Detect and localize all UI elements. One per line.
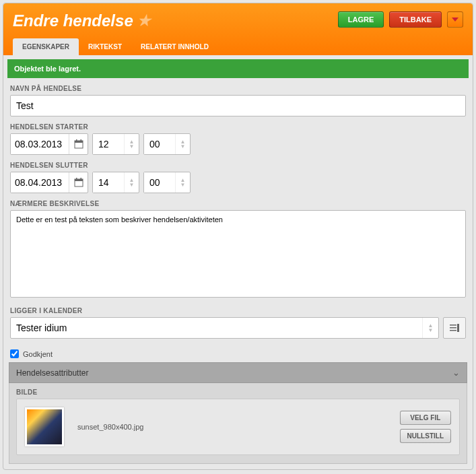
spinner-arrows[interactable]: ▲▼ bbox=[175, 134, 190, 154]
svg-rect-5 bbox=[75, 179, 83, 181]
dropdown-toggle[interactable] bbox=[447, 11, 463, 28]
header: Endre hendelse ★ LAGRE TILBAKE EGENSKAPE… bbox=[3, 3, 473, 55]
end-min-field[interactable]: ▲▼ bbox=[143, 172, 191, 193]
name-input[interactable] bbox=[10, 95, 466, 116]
back-button[interactable]: TILBAKE bbox=[389, 11, 442, 28]
image-label: BILDE bbox=[16, 388, 460, 396]
end-date-field[interactable] bbox=[10, 172, 88, 193]
end-hour-field[interactable]: ▲▼ bbox=[92, 172, 139, 193]
svg-rect-9 bbox=[450, 327, 456, 329]
calendar-select[interactable]: Tester idium ▲▼ bbox=[10, 317, 439, 339]
approved-checkbox[interactable] bbox=[10, 349, 19, 358]
start-hour-input[interactable] bbox=[93, 134, 124, 154]
save-button[interactable]: LAGRE bbox=[338, 11, 384, 28]
approved-checkbox-row[interactable]: Godkjent bbox=[3, 345, 473, 362]
svg-rect-6 bbox=[76, 178, 77, 180]
start-hour-field[interactable]: ▲▼ bbox=[92, 133, 139, 155]
svg-rect-1 bbox=[75, 141, 83, 143]
attributes-accordion-header[interactable]: Hendelsesattributter ⌄ bbox=[9, 362, 467, 383]
tabs: EGENSKAPER RIKTEKST RELATERT INNHOLD bbox=[13, 38, 463, 55]
attributes-accordion-body: BILDE sunset_980x400.jpg VELG FIL NULLST… bbox=[9, 383, 467, 464]
start-date-field[interactable] bbox=[10, 133, 88, 155]
image-filename: sunset_980x400.jpg bbox=[77, 423, 386, 431]
end-min-input[interactable] bbox=[144, 172, 175, 193]
accordion-title: Hendelsesattributter bbox=[16, 368, 88, 378]
success-banner: Objektet ble lagret. bbox=[7, 59, 469, 78]
tab-egenskaper[interactable]: EGENSKAPER bbox=[13, 38, 79, 55]
tab-riktekst[interactable]: RIKTEKST bbox=[79, 38, 131, 55]
star-icon[interactable]: ★ bbox=[137, 12, 151, 30]
calendar-edit-button[interactable] bbox=[443, 317, 466, 339]
svg-rect-3 bbox=[80, 139, 81, 141]
calendar-value: Tester idium bbox=[11, 318, 422, 338]
title-text: Endre hendelse bbox=[13, 11, 133, 30]
chevron-down-icon: ⌄ bbox=[452, 368, 460, 378]
svg-rect-10 bbox=[450, 330, 456, 331]
end-hour-input[interactable] bbox=[93, 172, 124, 193]
calendar-label: LIGGER I KALENDER bbox=[10, 307, 466, 314]
calendar-icon[interactable] bbox=[69, 134, 88, 154]
approved-label: Godkjent bbox=[23, 350, 53, 358]
desc-textarea[interactable] bbox=[10, 210, 466, 298]
svg-rect-8 bbox=[450, 325, 456, 326]
svg-rect-7 bbox=[80, 178, 81, 180]
end-date-input[interactable] bbox=[11, 172, 69, 193]
end-label: HENDELSEN SLUTTER bbox=[10, 162, 466, 169]
image-row: sunset_980x400.jpg VELG FIL NULLSTILL bbox=[16, 399, 460, 455]
start-date-input[interactable] bbox=[11, 134, 69, 154]
desc-label: NÆRMERE BESKRIVELSE bbox=[10, 200, 466, 207]
page-title: Endre hendelse ★ bbox=[13, 11, 151, 30]
calendar-icon[interactable] bbox=[69, 172, 88, 193]
spinner-arrows[interactable]: ▲▼ bbox=[175, 172, 190, 193]
svg-rect-2 bbox=[76, 139, 77, 141]
choose-file-button[interactable]: VELG FIL bbox=[400, 411, 451, 425]
spinner-arrows[interactable]: ▲▼ bbox=[124, 134, 139, 154]
image-thumbnail[interactable] bbox=[25, 407, 64, 446]
select-arrows-icon: ▲▼ bbox=[422, 318, 438, 338]
start-min-input[interactable] bbox=[144, 134, 175, 154]
tab-relatert[interactable]: RELATERT INNHOLD bbox=[131, 38, 218, 55]
reset-file-button[interactable]: NULLSTILL bbox=[400, 429, 451, 443]
spinner-arrows[interactable]: ▲▼ bbox=[124, 172, 139, 193]
svg-rect-11 bbox=[457, 324, 459, 332]
name-label: NAVN PÅ HENDELSE bbox=[10, 85, 466, 92]
start-min-field[interactable]: ▲▼ bbox=[143, 133, 191, 155]
start-label: HENDELSEN STARTER bbox=[10, 123, 466, 131]
